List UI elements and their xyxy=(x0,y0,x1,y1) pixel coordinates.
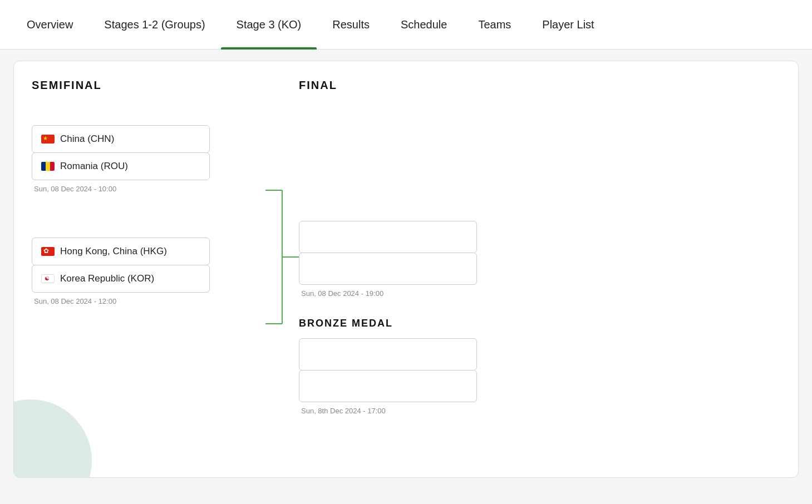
final-header: FINAL xyxy=(299,79,780,92)
sf1-team1-name: China (CHN) xyxy=(60,134,114,145)
final-team2-box[interactable] xyxy=(299,253,477,285)
main-content: SEMIFINAL China (CHN) Romania (ROU) Sun,… xyxy=(0,50,812,489)
bronze-time: Sun, 8th Dec 2024 - 17:00 xyxy=(299,407,780,415)
flag-hkg-icon xyxy=(41,247,55,256)
sf2-time: Sun, 08 Dec 2024 - 12:00 xyxy=(32,297,265,305)
nav-teams[interactable]: Teams xyxy=(462,0,526,50)
main-nav: Overview Stages 1-2 (Groups) Stage 3 (KO… xyxy=(0,0,812,50)
sf1-team2-box[interactable]: Romania (ROU) xyxy=(32,152,210,180)
nav-overview[interactable]: Overview xyxy=(11,0,88,50)
nav-stage3-ko[interactable]: Stage 3 (KO) xyxy=(221,0,317,50)
final-team1-box[interactable] xyxy=(299,221,477,253)
final-matches: Sun, 08 Dec 2024 - 19:00 BRONZE MEDAL Su… xyxy=(299,221,780,415)
semifinal-header: SEMIFINAL xyxy=(32,79,265,92)
sf1-team2-name: Romania (ROU) xyxy=(60,161,128,172)
sf2-team1-box[interactable]: Hong Kong, China (HKG) xyxy=(32,238,210,265)
flag-chn-icon xyxy=(41,135,55,144)
semifinal-match-1: China (CHN) Romania (ROU) Sun, 08 Dec 20… xyxy=(32,125,265,193)
nav-stages-groups[interactable]: Stages 1-2 (Groups) xyxy=(88,0,220,50)
bronze-header: BRONZE MEDAL xyxy=(299,318,780,329)
bracket-layout: SEMIFINAL China (CHN) Romania (ROU) Sun,… xyxy=(32,79,780,415)
semifinal-match-2: Hong Kong, China (HKG) Korea Republic (K… xyxy=(32,238,265,305)
sf2-team2-box[interactable]: Korea Republic (KOR) xyxy=(32,265,210,293)
nav-player-list[interactable]: Player List xyxy=(526,0,609,50)
nav-schedule[interactable]: Schedule xyxy=(385,0,462,50)
semifinal-matches: China (CHN) Romania (ROU) Sun, 08 Dec 20… xyxy=(32,125,265,305)
sf2-team1-name: Hong Kong, China (HKG) xyxy=(60,246,167,257)
nav-results[interactable]: Results xyxy=(317,0,385,50)
flag-rou-icon xyxy=(41,162,55,171)
bracket-card: SEMIFINAL China (CHN) Romania (ROU) Sun,… xyxy=(13,61,799,478)
sf2-team2-name: Korea Republic (KOR) xyxy=(60,273,154,284)
connector-wrapper xyxy=(265,79,299,415)
bronze-team2-box[interactable] xyxy=(299,370,477,402)
semifinal-column: SEMIFINAL China (CHN) Romania (ROU) Sun,… xyxy=(32,79,265,305)
right-section: FINAL Sun, 08 Dec 2024 - 19:00 BRONZE ME… xyxy=(299,79,780,415)
sf1-team1-box[interactable]: China (CHN) xyxy=(32,125,210,153)
bronze-team1-box[interactable] xyxy=(299,338,477,370)
sf1-time: Sun, 08 Dec 2024 - 10:00 xyxy=(32,185,265,193)
final-time: Sun, 08 Dec 2024 - 19:00 xyxy=(299,289,780,298)
flag-kor-icon xyxy=(41,274,55,283)
bracket-connector-svg xyxy=(265,151,299,441)
